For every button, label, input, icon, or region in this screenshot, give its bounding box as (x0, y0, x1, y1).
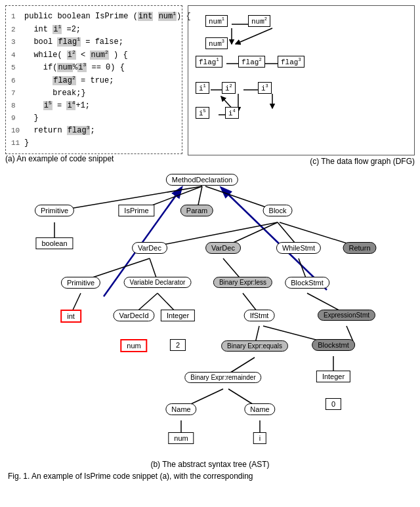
ast-primitive-2: Primitive (61, 277, 100, 289)
code-line-4: 4 while( i2 < num2 ) { (11, 49, 177, 62)
ast-blockstmt-1: BlockStmt (285, 277, 329, 289)
ast-vardecid: VarDecId (113, 310, 154, 321)
fig-caption: Fig. 1. An example of IsPrime code snipp… (5, 472, 415, 481)
dfg-num2: num2 (248, 15, 270, 27)
ast-num: num (120, 339, 147, 352)
ast-binary-expr-equals: Binary Expr:equals (221, 340, 288, 352)
ast-primitive-1: Primitive (35, 205, 74, 216)
ast-variable-declarator: Variable Declarator (124, 277, 192, 288)
dfg-i4: i4 (225, 107, 239, 119)
svg-line-2 (236, 28, 272, 44)
code-snippet-box: 1 public boolean IsPrime (int num1) { 2 … (5, 5, 182, 154)
ast-name-num: Name (165, 403, 196, 415)
code-line-2: 2 int i1 =2; (11, 23, 177, 36)
ast-isprime: IsPrime (118, 205, 154, 216)
ast-boolean: boolean (35, 237, 73, 249)
dfg-panel-wrapper: num2 num1 num3 flag1 flag2 flag3 i1 i2 i… (188, 5, 415, 166)
ast-caption: (b) The abstract syntax tree (AST) (5, 460, 415, 469)
dfg-i1: i1 (196, 82, 209, 94)
dfg-flag1: flag1 (196, 56, 222, 68)
dfg-i5: i5 (196, 107, 209, 119)
ast-ifstmt: IfStmt (244, 310, 275, 321)
ast-binary-expr-remainder: Binary Expr:remainder (184, 372, 261, 383)
ast-blockstmt-2: Blockstmt (312, 339, 355, 351)
main-container: 1 public boolean IsPrime (int num1) { 2 … (0, 0, 420, 486)
code-line-9: 9 } (11, 112, 177, 125)
code-panel: 1 public boolean IsPrime (int num1) { 2 … (5, 5, 182, 166)
code-line-7: 7 break;} (11, 87, 177, 100)
ast-i-box: i (253, 432, 266, 444)
dfg-num3: num3 (205, 37, 228, 49)
ast-2-box: 2 (170, 339, 186, 351)
ast-canvas: MethodDeclaration Primitive IsPrime Para… (5, 169, 415, 457)
code-caption: (a) An example of code snippet (5, 154, 182, 163)
top-row: 1 public boolean IsPrime (int num1) { 2 … (5, 5, 415, 166)
dfg-flag2: flag2 (238, 56, 265, 68)
code-line-6: 6 flag2 = true; (11, 74, 177, 87)
ast-num-box: num (168, 432, 194, 444)
ast-binary-expr-less: Binary Expr:less (213, 277, 272, 288)
code-line-1: 1 public boolean IsPrime (int num1) { (11, 10, 177, 23)
ast-int: int (60, 310, 81, 323)
dfg-num1: num1 (205, 15, 228, 27)
code-line-5: 5 if(num%i3 == 0) { (11, 61, 177, 74)
ast-vardec-2: VarDec (205, 242, 241, 254)
ast-block: Block (263, 205, 293, 216)
code-line-11: 11 } (11, 137, 177, 150)
ast-name-i: Name (244, 403, 275, 415)
ast-section: MethodDeclaration Primitive IsPrime Para… (5, 169, 415, 469)
code-line-3: 3 bool flag1 = false; (11, 35, 177, 49)
ast-0-box: 0 (326, 398, 341, 410)
ast-integer-2: Integer (161, 310, 195, 321)
dfg-i3: i3 (258, 82, 272, 94)
dfg-flag3: flag3 (278, 56, 304, 68)
ast-param: Param (180, 205, 213, 216)
ast-method-declaration: MethodDeclaration (166, 174, 238, 186)
svg-line-12 (222, 188, 327, 290)
ast-whilestmt: WhileStmt (276, 242, 321, 254)
dfg-panel: num2 num1 num3 flag1 flag2 flag3 i1 i2 i… (188, 5, 415, 155)
ast-vardec-1: VarDec (132, 242, 167, 254)
ast-return: Return (343, 242, 376, 254)
code-line-8: 8 i5 = i4+1; (11, 99, 177, 112)
dfg-i2: i2 (222, 82, 236, 94)
ast-expressionstmt: ExpressionStmt (318, 310, 375, 321)
dfg-caption: (c) The data flow graph (DFG) (188, 157, 415, 166)
dfg-inner: num2 num1 num3 flag1 flag2 flag3 i1 i2 i… (192, 10, 410, 121)
ast-integer-leaf: Integer (316, 371, 350, 382)
code-line-10: 10 return flag3; (11, 124, 177, 137)
